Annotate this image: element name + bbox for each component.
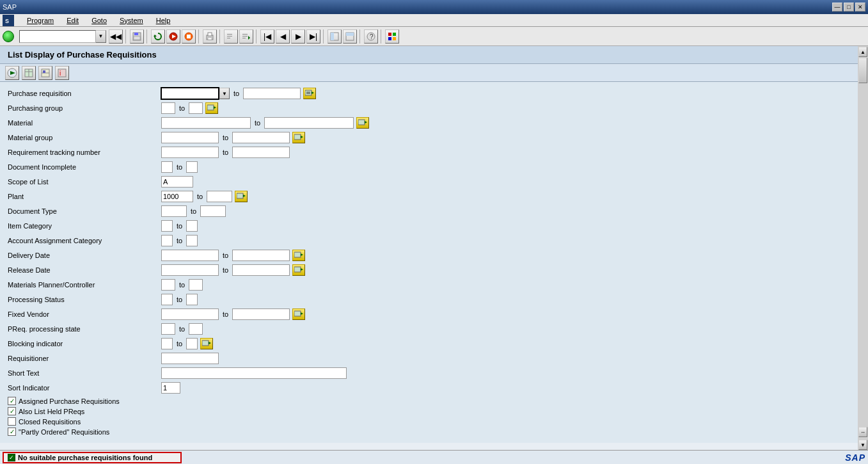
to-label-16: to xyxy=(179,325,185,333)
close-button[interactable]: ✕ xyxy=(855,3,865,12)
checkbox-partly-ordered[interactable]: ✓ xyxy=(8,428,16,436)
input-item-category[interactable] xyxy=(161,220,173,232)
field-blocking-indicator: Blocking indicator to xyxy=(8,337,850,350)
lookup-btn-2[interactable] xyxy=(356,117,369,129)
input-release-date-to[interactable] xyxy=(232,264,290,276)
menu-help[interactable]: Help xyxy=(154,15,173,26)
input-purchase-requisition[interactable] xyxy=(161,88,219,99)
field-scope-of-list: Scope of List xyxy=(8,175,850,188)
menu-program[interactable]: Program xyxy=(24,15,56,26)
lookup-btn-11[interactable] xyxy=(292,250,305,261)
input-preq-state[interactable] xyxy=(161,323,175,335)
checkbox-assigned-pr[interactable]: ✓ xyxy=(8,397,16,405)
action-btn-4[interactable]: i xyxy=(55,66,69,80)
input-acct-assign[interactable] xyxy=(161,235,173,246)
first-btn[interactable]: |◀ xyxy=(260,29,274,44)
lookup-btn-15[interactable] xyxy=(292,308,305,320)
find-btn[interactable] xyxy=(224,29,238,44)
input-release-date[interactable] xyxy=(161,264,219,276)
stop-btn[interactable] xyxy=(182,29,196,44)
input-acct-assign-to[interactable] xyxy=(186,235,198,246)
input-plant-to[interactable] xyxy=(207,191,232,202)
menu-edit[interactable]: Edit xyxy=(64,15,81,26)
input-processing-status-to[interactable] xyxy=(186,294,198,305)
input-scope-of-list[interactable] xyxy=(161,176,193,188)
back-btn[interactable]: ◀◀ xyxy=(109,29,123,44)
checkbox-row-2: Closed Requisitions xyxy=(8,417,850,426)
input-material[interactable] xyxy=(161,117,251,129)
last-btn[interactable]: ▶| xyxy=(306,29,320,44)
prev-btn[interactable]: ◀ xyxy=(276,29,290,44)
svg-marker-55 xyxy=(301,268,303,271)
input-doc-type-to[interactable] xyxy=(200,205,226,217)
action-btn-3[interactable] xyxy=(38,66,52,80)
page-title-bar: List Display of Purchase Requisitions xyxy=(0,46,858,64)
lookup-btn-17[interactable] xyxy=(200,338,213,349)
print-btn[interactable] xyxy=(203,29,217,44)
scrollbar-track[interactable]: ▲ ↔ ▼ xyxy=(858,46,868,450)
layout-btn1[interactable] xyxy=(327,29,342,44)
find-next-btn[interactable] xyxy=(239,29,253,44)
input-delivery-date-to[interactable] xyxy=(232,250,290,261)
input-plant[interactable] xyxy=(161,191,193,202)
input-preq-state-to[interactable] xyxy=(189,323,203,335)
action-btn-1[interactable] xyxy=(5,66,19,80)
action-btn-2[interactable] xyxy=(22,66,36,80)
checkbox-closed-req[interactable] xyxy=(8,417,16,426)
input-delivery-date[interactable] xyxy=(161,250,219,261)
scroll-down-btn[interactable]: ▼ xyxy=(858,440,867,450)
input-req-tracking-to[interactable] xyxy=(232,147,290,158)
label-requisitioner: Requisitioner xyxy=(8,355,161,362)
input-blocking-indicator-to[interactable] xyxy=(186,338,198,349)
help-btn[interactable]: ? xyxy=(364,29,378,44)
label-material-group: Material group xyxy=(8,134,161,141)
input-requisitioner[interactable] xyxy=(161,353,219,364)
input-doc-type[interactable] xyxy=(161,205,187,217)
layout-btn2[interactable] xyxy=(343,29,357,44)
checkbox-label-assigned-pr: Assigned Purchase Requisitions xyxy=(19,397,120,405)
input-material-group-to[interactable] xyxy=(232,132,290,143)
input-blocking-indicator[interactable] xyxy=(161,338,173,349)
input-material-to[interactable] xyxy=(264,117,354,129)
input-doc-incomplete-to[interactable] xyxy=(186,161,198,173)
input-fixed-vendor-to[interactable] xyxy=(232,308,290,320)
title-bar-buttons[interactable]: — □ ✕ xyxy=(832,3,865,12)
input-fixed-vendor[interactable] xyxy=(161,308,219,320)
input-req-tracking[interactable] xyxy=(161,147,219,158)
menu-system[interactable]: System xyxy=(117,15,146,26)
scroll-thumb[interactable] xyxy=(858,58,867,83)
pr-lookup-small-btn[interactable]: ▼ xyxy=(219,88,230,99)
input-purchasing-group[interactable] xyxy=(161,102,175,114)
scroll-up-btn[interactable]: ▲ xyxy=(858,47,867,57)
maximize-button[interactable]: □ xyxy=(844,3,854,12)
lookup-btn-12[interactable] xyxy=(292,264,305,276)
input-sort-indicator[interactable] xyxy=(161,382,180,394)
input-processing-status[interactable] xyxy=(161,294,173,305)
ok-icon[interactable] xyxy=(3,31,14,42)
lookup-btn-1[interactable] xyxy=(205,102,218,114)
minimize-button[interactable]: — xyxy=(832,3,842,12)
customize-btn[interactable] xyxy=(385,29,399,44)
refresh-btn[interactable] xyxy=(151,29,165,44)
checkbox-also-list[interactable]: ✓ xyxy=(8,407,16,415)
svg-text:S: S xyxy=(5,18,9,24)
command-dropdown-btn[interactable]: ▼ xyxy=(96,30,106,43)
input-doc-incomplete[interactable] xyxy=(161,161,173,173)
lookup-btn-3[interactable] xyxy=(292,132,305,143)
lookup-btn-0[interactable] xyxy=(303,88,316,99)
input-item-category-to[interactable] xyxy=(186,220,198,232)
input-purchasing-group-to[interactable] xyxy=(189,102,203,114)
lookup-btn-7[interactable] xyxy=(235,191,248,202)
input-material-group[interactable] xyxy=(161,132,219,143)
svg-marker-57 xyxy=(301,312,303,315)
input-purchase-requisition-to[interactable] xyxy=(243,88,301,99)
scroll-expand-btn[interactable]: ↔ xyxy=(858,427,867,437)
input-mat-planner-to[interactable] xyxy=(189,279,203,291)
save-btn[interactable] xyxy=(130,29,144,44)
next-btn[interactable]: ▶ xyxy=(291,29,305,44)
input-mat-planner[interactable] xyxy=(161,279,175,291)
input-short-text[interactable] xyxy=(161,367,347,379)
execute-btn[interactable] xyxy=(166,29,180,44)
command-field[interactable] xyxy=(19,30,96,43)
menu-goto[interactable]: Goto xyxy=(89,15,109,26)
